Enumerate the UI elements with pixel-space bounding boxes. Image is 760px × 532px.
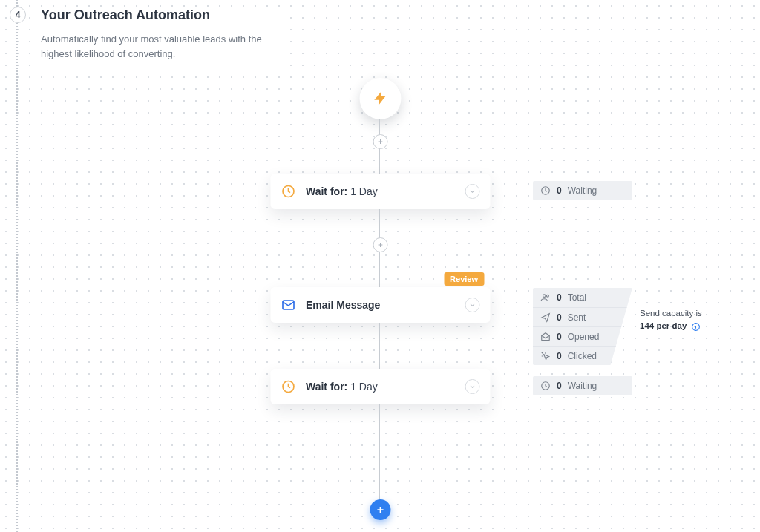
node-wait-2[interactable]: Wait for: 1 Day [270, 369, 490, 404]
open-icon [540, 332, 551, 342]
node-wait-1[interactable]: Wait for: 1 Day [270, 174, 490, 209]
stat-label: Waiting [568, 185, 597, 196]
clock-icon [281, 184, 295, 199]
stat-count: 0 [557, 292, 562, 303]
timeline-guide [16, 0, 18, 532]
info-icon[interactable] [691, 322, 701, 332]
svg-point-5 [546, 295, 548, 297]
clock-icon [281, 379, 295, 394]
svg-point-4 [543, 295, 546, 298]
node-wait-1-label: Wait for: 1 Day [306, 185, 378, 197]
chevron-down-icon [465, 379, 479, 394]
stat-count: 0 [557, 332, 562, 342]
clock-icon [540, 381, 551, 391]
chevron-down-icon [465, 298, 479, 312]
add-step-inline[interactable] [373, 134, 387, 149]
review-badge: Review [444, 272, 484, 286]
step-number-badge: 4 [10, 7, 26, 23]
send-icon [540, 312, 551, 323]
clock-icon [540, 185, 551, 196]
page-title: Your Outreach Automation [41, 7, 286, 23]
send-capacity-note: Send capacity is 144 per day [640, 307, 714, 333]
stats-wait-1: 0 Waiting [533, 181, 632, 200]
stat-label: Opened [568, 332, 600, 342]
click-icon [540, 351, 551, 361]
connector [379, 209, 380, 297]
add-step-button[interactable] [370, 499, 390, 520]
lightning-icon [372, 89, 388, 108]
stat-label: Sent [568, 312, 586, 323]
stat-label: Clicked [568, 351, 597, 361]
section-header: Your Outreach Automation Automatically f… [41, 7, 286, 66]
connector [379, 323, 380, 369]
stat-label: Total [568, 292, 586, 303]
email-icon [281, 298, 295, 312]
trigger-node[interactable] [359, 78, 401, 119]
stat-count: 0 [557, 351, 562, 361]
node-email-label: Email Message [306, 299, 380, 311]
capacity-prefix: Send capacity is [640, 309, 702, 318]
stat-label: Waiting [568, 381, 597, 391]
stat-count: 0 [557, 185, 562, 196]
stat-count: 0 [557, 312, 562, 323]
stat-count: 0 [557, 381, 562, 391]
node-email[interactable]: Review Email Message [270, 287, 490, 323]
page-subtitle: Automatically find your most valuable le… [41, 32, 286, 62]
add-step-inline[interactable] [373, 237, 387, 252]
stats-wait-2: 0 Waiting [533, 376, 632, 395]
connector [379, 404, 380, 510]
users-icon [540, 292, 551, 303]
capacity-value: 144 per day [640, 321, 687, 330]
node-wait-2-label: Wait for: 1 Day [306, 381, 378, 393]
stats-email: 0 Total 0 Sent 0 Opened 0 Clicked [533, 288, 632, 365]
chevron-down-icon [465, 184, 479, 199]
